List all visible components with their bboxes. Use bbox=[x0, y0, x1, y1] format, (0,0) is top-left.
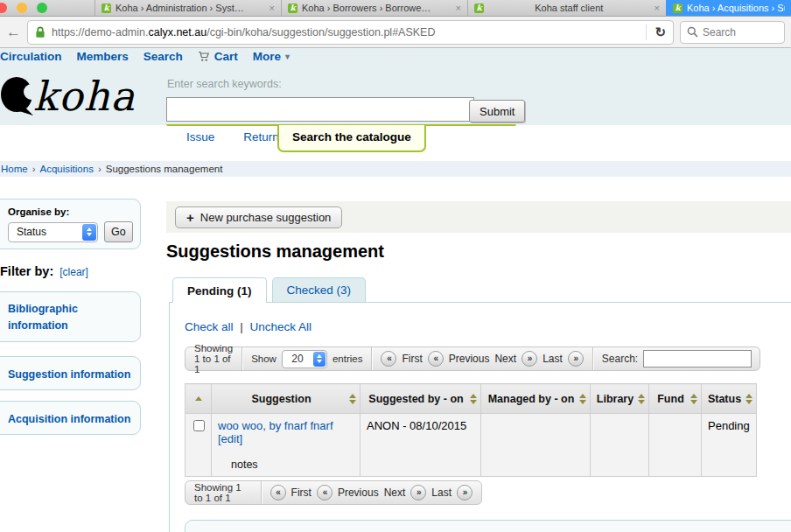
suggestion-status-tabs: Pending (1) Checked (3) bbox=[172, 277, 366, 303]
koha-logo-text: koha bbox=[33, 76, 136, 116]
nav-more[interactable]: More ▾ bbox=[253, 50, 290, 63]
window-zoom-button[interactable] bbox=[37, 3, 47, 13]
next-page-button[interactable]: Next bbox=[384, 486, 406, 499]
window-minimize-button[interactable] bbox=[17, 3, 27, 13]
cell-suggestion: woo woo, by fnarf fnarf [edit] notes bbox=[212, 414, 360, 477]
koha-logo[interactable]: koha bbox=[0, 75, 136, 117]
nav-circulation[interactable]: Circulation bbox=[0, 50, 62, 63]
column-label: Status bbox=[708, 393, 741, 405]
header-tabs: Issue Return bbox=[186, 130, 279, 144]
nav-members[interactable]: Members bbox=[77, 50, 129, 63]
cell-fund bbox=[649, 414, 702, 477]
acquisition-information-link[interactable]: Acquisition information bbox=[8, 411, 136, 428]
page-size-select[interactable]: 20 bbox=[282, 350, 327, 368]
new-purchase-suggestion-button[interactable]: + New purchase suggestion bbox=[175, 206, 342, 228]
check-all-link[interactable]: Check all bbox=[185, 320, 234, 333]
close-icon[interactable]: × bbox=[456, 4, 461, 13]
sidebar-item-acquisition[interactable]: Acquisition information bbox=[0, 401, 141, 435]
last-page-button[interactable]: Last bbox=[542, 353, 563, 365]
suggestions-table: Suggestion Suggested by - on Managed by … bbox=[185, 383, 757, 477]
tab-issue[interactable]: Issue bbox=[186, 130, 214, 144]
check-controls: Check all | Uncheck All bbox=[185, 320, 312, 333]
previous-page-button[interactable]: Previous bbox=[449, 353, 490, 365]
koha-favicon-icon: k bbox=[474, 4, 484, 13]
url-text: https://demo-admin.calyx.net.au/cgi-bin/… bbox=[52, 26, 640, 38]
padlock-icon bbox=[35, 26, 46, 38]
pager-buttons: « First « Previous Next » Last » bbox=[261, 481, 481, 504]
bibliographic-information-link[interactable]: Bibliographic information bbox=[8, 301, 133, 335]
browser-search-label: Search bbox=[703, 26, 736, 38]
tab-return[interactable]: Return bbox=[243, 130, 279, 144]
breadcrumb-current: Suggestions management bbox=[106, 164, 223, 174]
browser-search-field[interactable]: Search bbox=[680, 21, 785, 44]
last-page-icon[interactable]: » bbox=[457, 485, 472, 500]
browser-tab[interactable]: k Koha › Administration › Syst… × bbox=[94, 0, 281, 16]
sort-icon bbox=[638, 394, 645, 404]
sidebar-item-suggestion[interactable]: Suggestion information bbox=[0, 356, 141, 390]
next-page-icon[interactable]: » bbox=[522, 351, 537, 367]
column-header-managed-by[interactable]: Managed by - on bbox=[481, 384, 591, 414]
column-label: Suggested by - on bbox=[368, 393, 463, 405]
pager-buttons: « First « Previous Next » Last » bbox=[371, 347, 592, 370]
url-field[interactable]: https://demo-admin.calyx.net.au/cgi-bin/… bbox=[27, 20, 674, 45]
edit-suggestion-link[interactable]: [edit] bbox=[218, 432, 242, 445]
browser-tab-title: Koha › Acquisitions › Sugge bbox=[687, 3, 785, 13]
window-close-button[interactable] bbox=[0, 3, 7, 13]
column-header-fund[interactable]: Fund bbox=[649, 384, 702, 414]
first-page-icon[interactable]: « bbox=[381, 351, 396, 367]
reload-icon[interactable]: ↻ bbox=[646, 24, 666, 40]
table-search-input[interactable] bbox=[643, 350, 752, 368]
tab-search-catalogue[interactable]: Search the catalogue bbox=[277, 125, 426, 152]
koha-favicon-icon: k bbox=[673, 4, 682, 13]
column-header-suggested-by[interactable]: Suggested by - on bbox=[360, 384, 481, 414]
clear-filter-link[interactable]: [clear] bbox=[60, 266, 88, 278]
next-page-button[interactable]: Next bbox=[494, 353, 516, 365]
filter-by-label: Filter by: bbox=[0, 264, 53, 278]
nav-search[interactable]: Search bbox=[144, 50, 183, 63]
select-stepper-icon bbox=[82, 224, 96, 241]
sort-icon bbox=[690, 394, 697, 404]
first-page-icon[interactable]: « bbox=[270, 485, 286, 500]
organise-by-select[interactable]: Status bbox=[8, 222, 98, 242]
browser-tab[interactable]: k Koha staff client × bbox=[467, 0, 666, 16]
url-scheme: https://demo-admin. bbox=[52, 26, 148, 38]
browser-tab-title: Koha staff client bbox=[488, 3, 650, 13]
browser-tab-title: Koha › Borrowers › Borrowe… bbox=[302, 3, 452, 13]
filter-by: Filter by: [clear] bbox=[0, 264, 88, 278]
breadcrumb-separator: › bbox=[32, 164, 36, 174]
suggestion-title-link[interactable]: woo woo, by fnarf fnarf bbox=[218, 419, 333, 432]
breadcrumb-acquisitions[interactable]: Acquisitions bbox=[40, 164, 94, 174]
previous-page-button[interactable]: Previous bbox=[338, 486, 379, 499]
suggestion-note: notes bbox=[231, 458, 354, 471]
go-button[interactable]: Go bbox=[104, 221, 133, 242]
close-icon[interactable]: × bbox=[654, 4, 660, 13]
last-page-icon[interactable]: » bbox=[568, 351, 584, 367]
breadcrumb-home[interactable]: Home bbox=[1, 164, 28, 174]
last-page-button[interactable]: Last bbox=[431, 486, 452, 499]
sidebar-item-bibliographic[interactable]: Bibliographic information bbox=[0, 291, 141, 342]
column-header-suggestion[interactable]: Suggestion bbox=[212, 384, 360, 414]
previous-page-icon[interactable]: « bbox=[317, 485, 332, 500]
first-page-button[interactable]: First bbox=[291, 486, 312, 499]
column-header-library[interactable]: Library bbox=[591, 384, 649, 414]
cart-icon bbox=[198, 51, 210, 62]
back-icon[interactable]: ← bbox=[6, 24, 21, 39]
screen: k Koha › Administration › Syst… × k Koha… bbox=[0, 0, 791, 532]
tab-checked[interactable]: Checked (3) bbox=[272, 277, 367, 302]
tab-pending[interactable]: Pending (1) bbox=[172, 277, 267, 303]
close-icon[interactable]: × bbox=[270, 4, 275, 13]
first-page-button[interactable]: First bbox=[402, 353, 422, 365]
nav-cart[interactable]: Cart bbox=[198, 50, 238, 63]
column-header-status[interactable]: Status bbox=[702, 384, 757, 414]
row-checkbox[interactable] bbox=[193, 420, 205, 431]
catalogue-search-input[interactable] bbox=[166, 97, 474, 122]
browser-tab[interactable]: k Koha › Borrowers › Borrowe… × bbox=[281, 0, 467, 16]
previous-page-icon[interactable]: « bbox=[428, 351, 444, 367]
suggestion-information-link[interactable]: Suggestion information bbox=[8, 367, 136, 383]
next-page-icon[interactable]: » bbox=[410, 485, 426, 500]
submit-button[interactable]: Submit bbox=[469, 100, 525, 122]
sort-column-header[interactable] bbox=[186, 384, 212, 414]
new-purchase-suggestion-label: New purchase suggestion bbox=[200, 211, 332, 224]
uncheck-all-link[interactable]: Uncheck All bbox=[250, 320, 312, 333]
browser-tab-active[interactable]: k Koha › Acquisitions › Sugge bbox=[666, 0, 791, 16]
